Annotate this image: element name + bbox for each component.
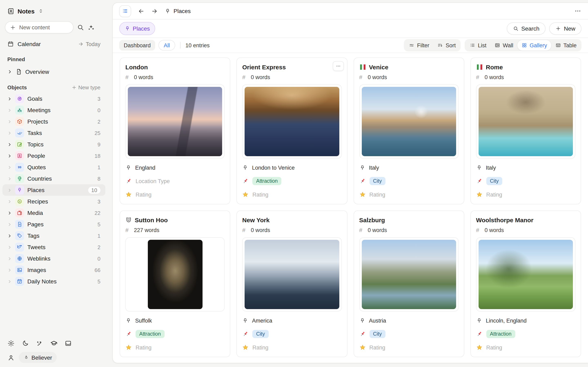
chevron-right-icon[interactable] — [7, 96, 12, 101]
location-type-tag[interactable]: City — [486, 177, 502, 185]
rating-row[interactable]: Rating — [476, 343, 576, 352]
location-type-tag[interactable]: Attraction — [252, 177, 282, 185]
inbox-button[interactable] — [65, 340, 72, 347]
rating-row[interactable]: Rating — [476, 190, 576, 199]
chevron-right-icon[interactable] — [7, 256, 12, 261]
location-type-tag[interactable]: Attraction — [486, 330, 515, 338]
view-tab[interactable]: Table — [551, 40, 581, 50]
more-options-button[interactable] — [574, 7, 581, 15]
dark-mode-button[interactable] — [22, 340, 29, 347]
location-row[interactable]: Italy — [359, 163, 458, 172]
chevron-right-icon[interactable] — [7, 279, 12, 284]
sidebar-item[interactable]: Places 10 — [2, 184, 105, 196]
rating-row[interactable]: Rating — [359, 190, 458, 199]
sidebar-item[interactable]: Tasks 25 — [2, 127, 105, 139]
sort-button[interactable]: Sort — [433, 40, 460, 50]
rating-row[interactable]: Rating — [359, 343, 458, 352]
location-row[interactable]: London to Venice — [242, 163, 342, 172]
chevron-right-icon[interactable] — [7, 131, 12, 135]
location-row[interactable]: England — [125, 163, 225, 172]
view-tab[interactable]: Wall — [490, 40, 517, 50]
filter-button[interactable]: Filter — [405, 40, 433, 50]
sidebar-item[interactable]: 99 Quotes 1 — [2, 161, 105, 173]
chevron-right-icon[interactable] — [7, 165, 12, 169]
location-type-row[interactable]: Location Type — [125, 176, 225, 185]
location-type-row[interactable]: Attraction — [476, 329, 576, 338]
today-button[interactable]: Today — [78, 41, 100, 47]
user-plan-badge[interactable]: Believer — [19, 352, 57, 363]
chevron-right-icon[interactable] — [7, 245, 12, 249]
settings-button[interactable] — [7, 340, 15, 347]
sidebar-item[interactable]: Daily Notes 5 — [2, 276, 105, 287]
location-row[interactable]: Suffolk — [125, 316, 225, 325]
sidebar-item[interactable]: Weblinks 0 — [2, 253, 105, 264]
sidebar-item-overview[interactable]: Overview — [0, 67, 108, 77]
chevron-right-icon[interactable] — [7, 268, 12, 272]
place-card[interactable]: Sutton Hoo # 227 words Suffolk — [120, 210, 231, 357]
chevron-right-icon[interactable] — [7, 211, 12, 215]
view-tab[interactable]: Gallery — [517, 40, 551, 50]
chevron-right-icon[interactable] — [7, 108, 12, 112]
chevron-right-icon[interactable] — [7, 188, 12, 192]
chevron-right-icon[interactable] — [7, 222, 12, 226]
location-row[interactable]: Italy — [476, 163, 576, 172]
card-image-frame[interactable] — [476, 237, 576, 312]
view-tab[interactable]: List — [466, 40, 490, 50]
sidebar-item[interactable]: Recipes 3 — [2, 196, 105, 207]
chevron-right-icon[interactable] — [7, 199, 12, 204]
location-type-tag[interactable]: City — [369, 330, 385, 338]
location-type-tag[interactable]: Attraction — [136, 330, 164, 338]
forward-button[interactable] — [151, 8, 158, 15]
card-image-frame[interactable] — [125, 84, 225, 159]
new-type-button[interactable]: New type — [71, 84, 100, 91]
rating-row[interactable]: Rating — [125, 343, 225, 352]
card-image-frame[interactable] — [359, 237, 458, 312]
location-type-tag[interactable]: City — [369, 177, 385, 185]
place-card[interactable]: Orient Express # 0 words London to Venic… — [237, 58, 347, 204]
location-row[interactable]: America — [242, 316, 342, 325]
card-image-frame[interactable] — [359, 84, 458, 159]
search-button[interactable]: Search — [507, 22, 545, 35]
chevron-right-icon[interactable] — [7, 69, 12, 74]
place-card[interactable]: London # 0 words England — [120, 58, 231, 204]
card-image-frame[interactable] — [242, 84, 342, 159]
location-type-tag[interactable]: City — [252, 330, 269, 338]
sidebar-item[interactable]: Goals 3 — [2, 93, 105, 104]
place-card[interactable]: Salzburg # 0 words Austria — [354, 210, 464, 357]
places-type-pill[interactable]: Places — [119, 22, 155, 35]
location-type-row[interactable]: City — [359, 176, 458, 185]
sidebar-item[interactable]: Images 66 — [2, 264, 105, 276]
location-type-row[interactable]: Attraction — [125, 329, 225, 338]
location-type-row[interactable]: City — [476, 176, 576, 185]
sidebar-item[interactable]: Media 22 — [2, 207, 105, 218]
place-card[interactable]: New York # 0 words America — [237, 210, 347, 357]
chevron-right-icon[interactable] — [7, 176, 12, 181]
workspace-switcher[interactable]: Notes — [0, 6, 108, 16]
sidebar-item[interactable]: Projects 2 — [2, 116, 105, 127]
sidebar-ai-button[interactable] — [87, 24, 95, 31]
rating-row[interactable]: Rating — [125, 190, 225, 199]
sidebar-item[interactable]: Tags 1 — [2, 230, 105, 242]
tab-all[interactable]: All — [158, 40, 175, 50]
sidebar-item[interactable]: Pages 5 — [2, 218, 105, 230]
sidebar-toggle-button[interactable] — [119, 5, 131, 17]
tab-dashboard[interactable]: Dashboard — [119, 40, 155, 50]
chevron-right-icon[interactable] — [7, 154, 12, 158]
chevron-right-icon[interactable] — [7, 234, 12, 238]
sidebar-item[interactable]: Topics 9 — [2, 139, 105, 150]
sidebar-item[interactable]: Tweets 2 — [2, 242, 105, 253]
learn-button[interactable] — [50, 340, 58, 347]
location-type-row[interactable]: Attraction — [242, 176, 342, 185]
rating-row[interactable]: Rating — [242, 190, 342, 199]
place-card[interactable]: Venice # 0 words Italy Ci — [354, 58, 464, 204]
sidebar-search-button[interactable] — [77, 24, 84, 31]
sidebar-item[interactable]: Meetings 0 — [2, 104, 105, 116]
rating-row[interactable]: Rating — [242, 343, 342, 352]
whats-new-button[interactable] — [36, 340, 43, 347]
breadcrumb[interactable]: Places — [164, 8, 191, 14]
new-content-button[interactable]: New content — [5, 21, 73, 33]
card-image-frame[interactable] — [125, 237, 225, 312]
location-row[interactable]: Lincoln, England — [476, 316, 576, 325]
new-button[interactable]: New — [549, 22, 581, 35]
sidebar-item[interactable]: People 18 — [2, 150, 105, 161]
